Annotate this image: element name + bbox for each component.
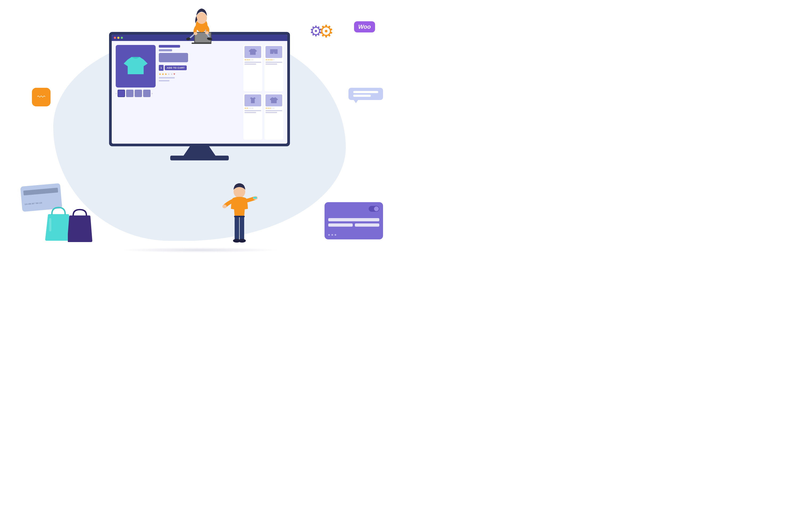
person-sitting-woman — [178, 5, 221, 53]
prev-arrow[interactable]: ‹ — [116, 92, 116, 95]
svg-rect-0 — [49, 218, 51, 231]
shopping-bag-purple — [68, 208, 94, 245]
thumbnail-2[interactable] — [126, 90, 134, 97]
grid-item-1[interactable]: ★★★★★ — [243, 45, 262, 91]
grid-item-4-line1 — [265, 110, 282, 111]
add-to-cart-row: 1 ADD TO CART — [159, 65, 240, 71]
shopping-bags — [44, 205, 94, 245]
grid-item-3-line2 — [244, 112, 256, 113]
grid-item-3-line1 — [244, 110, 261, 111]
window-close-dot — [114, 37, 116, 39]
grid-item-3-image — [244, 94, 261, 107]
rating-row: ★ ★ ★ ★ ★ ♥ — [159, 72, 240, 76]
chat-line-1 — [353, 91, 378, 93]
grid-shorts-icon — [269, 48, 279, 57]
grid-tank-icon — [248, 96, 258, 105]
window-minimize-dot — [117, 37, 119, 39]
svg-point-16 — [238, 239, 246, 243]
man-figure — [221, 182, 258, 251]
grid-item-4[interactable]: ★★★★★ — [264, 93, 283, 140]
main-scene: ⚙ ⚙ Woo 〰 124 456 367 789 123 — [0, 0, 399, 266]
grid-item-1-line2 — [244, 63, 256, 65]
card-decorative-dots — [328, 234, 379, 236]
card-toggle-dot — [374, 206, 379, 211]
svg-rect-17 — [234, 216, 245, 217]
product-image-box — [116, 45, 156, 88]
svg-point-7 — [194, 32, 197, 35]
product-price-bar — [159, 49, 172, 51]
woo-badge: Woo — [354, 21, 375, 33]
card-top-row — [328, 206, 379, 212]
window-maximize-dot — [121, 37, 123, 39]
card-expiry-field — [328, 224, 353, 227]
monitor-base — [170, 156, 229, 160]
grid-item-4-stars: ★★★★★ — [265, 107, 282, 109]
review-line-2 — [159, 80, 169, 81]
grid-item-1-image — [244, 46, 261, 58]
person-standing-man — [221, 182, 258, 251]
grid-item-3-stars: ★★★★★ — [244, 107, 261, 109]
svg-rect-14 — [240, 216, 244, 240]
card-magnetic-stripe — [23, 188, 58, 195]
card-dot-2 — [331, 234, 333, 236]
screen-content: ‹ › — [112, 41, 287, 144]
star-2: ★ — [162, 73, 164, 76]
svg-rect-13 — [234, 216, 239, 240]
gears-decoration: ⚙ ⚙ — [309, 23, 334, 41]
grid-item-3[interactable]: ★★★★★ — [243, 93, 262, 140]
woo-plugin-icon: 〰 — [32, 88, 51, 107]
svg-point-9 — [196, 12, 207, 24]
wishlist-heart-icon[interactable]: ♥ — [173, 72, 175, 76]
grid-polo-icon — [269, 96, 279, 105]
grid-item-2-stars: ★★★★★ — [265, 59, 282, 61]
grid-item-2-image — [265, 46, 282, 58]
thumbnail-4[interactable] — [143, 90, 151, 97]
grid-item-2-line2 — [265, 63, 277, 65]
review-line-1 — [159, 77, 175, 78]
grid-item-4-image — [265, 94, 282, 107]
woo-badge-text: Woo — [358, 23, 371, 30]
svg-point-8 — [205, 31, 209, 34]
grid-item-1-line1 — [244, 62, 261, 63]
card-dot-1 — [328, 234, 330, 236]
product-description-box — [159, 53, 188, 62]
chat-tail — [354, 100, 358, 103]
grid-tshirt-icon — [248, 48, 258, 57]
star-5: ★ — [171, 73, 173, 76]
credit-card-main — [324, 202, 383, 240]
grid-item-2[interactable]: ★★★★★ — [264, 45, 283, 91]
star-3: ★ — [165, 73, 167, 76]
product-main-section: ‹ › — [116, 45, 156, 140]
star-4: ★ — [168, 73, 170, 76]
product-details-section: 1 ADD TO CART ★ ★ ★ ★ ★ ♥ — [159, 45, 240, 140]
monitor-stand — [184, 146, 215, 156]
svg-rect-18 — [253, 197, 257, 199]
woman-figure — [178, 5, 221, 53]
star-1: ★ — [159, 73, 161, 76]
svg-rect-3 — [191, 42, 211, 44]
grid-item-1-stars: ★★★★★ — [244, 59, 261, 61]
add-to-cart-button[interactable]: ADD TO CART — [165, 65, 187, 70]
card-fields — [328, 218, 379, 227]
grid-item-4-line2 — [265, 112, 277, 113]
next-arrow[interactable]: › — [152, 92, 152, 95]
thumbnail-row: ‹ › — [116, 90, 156, 97]
grid-item-2-line1 — [265, 62, 282, 63]
card-toggle — [369, 206, 379, 212]
chat-line-2 — [353, 95, 371, 97]
chat-bubble — [348, 88, 383, 100]
card-dot-3 — [335, 234, 336, 236]
tshirt-product-image — [122, 53, 149, 79]
card-number-field — [328, 218, 379, 221]
quantity-box[interactable]: 1 — [159, 65, 164, 71]
card-cvv-field — [355, 224, 379, 227]
product-grid: ★★★★★ — [243, 45, 283, 140]
svg-point-12 — [222, 205, 227, 208]
card-expiry-row — [328, 224, 379, 227]
gear-purple-icon: ⚙ — [309, 23, 322, 41]
thumbnail-3[interactable] — [135, 90, 142, 97]
card-number-left: 124 456 367 789 123 — [24, 200, 59, 205]
woo-plugin-symbol: 〰 — [37, 93, 45, 101]
product-title-bar — [159, 45, 180, 48]
thumbnail-1[interactable] — [118, 90, 125, 97]
